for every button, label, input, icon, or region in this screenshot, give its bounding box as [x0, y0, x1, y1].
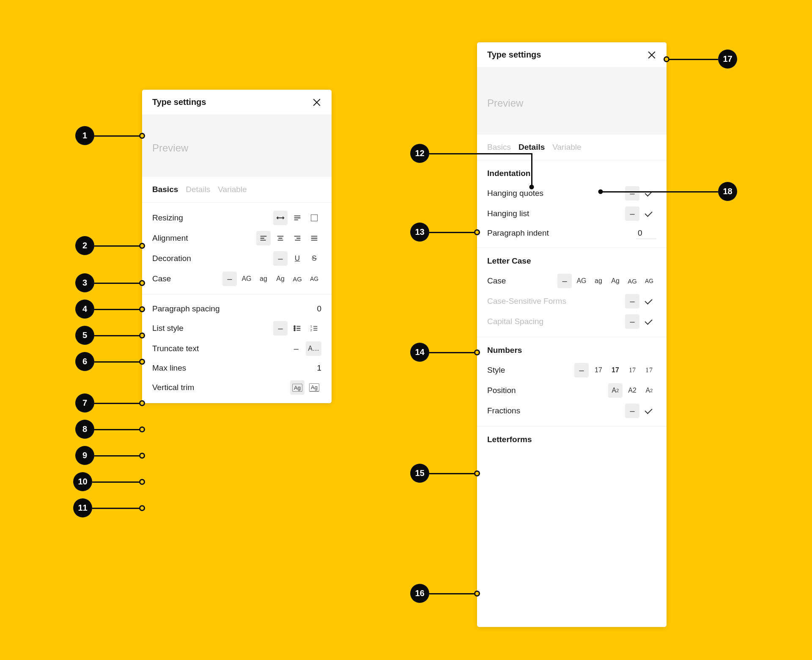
- case-upper[interactable]: AG: [574, 274, 589, 288]
- section-numbers: Numbers Style – 17 17 17 17 Position A2 …: [477, 337, 667, 426]
- tab-variable[interactable]: Variable: [552, 143, 581, 152]
- row-decoration: Decoration – U S: [152, 248, 321, 269]
- tab-details[interactable]: Details: [186, 185, 210, 194]
- leader-line: [94, 309, 142, 310]
- fractions-on[interactable]: [642, 404, 656, 418]
- annotation-badge: 8: [75, 420, 94, 439]
- hanging-quotes-off[interactable]: –: [625, 186, 639, 201]
- annotation-badge: 3: [75, 273, 94, 292]
- case-sensitive-off[interactable]: –: [625, 294, 639, 308]
- numstyle-none[interactable]: –: [574, 363, 589, 377]
- numpos-default[interactable]: A2: [625, 383, 639, 398]
- case-lower[interactable]: ag: [256, 272, 271, 286]
- list-bullet-icon[interactable]: [290, 321, 304, 336]
- indentation-title: Indentation: [487, 169, 656, 178]
- max-lines-value[interactable]: 1: [317, 363, 321, 373]
- resizing-auto-width-icon[interactable]: [273, 211, 288, 225]
- paragraph-indent-value[interactable]: 0: [636, 228, 656, 239]
- align-center-icon[interactable]: [273, 231, 288, 245]
- paragraph-spacing-value[interactable]: 0: [317, 304, 321, 314]
- numstyle-oldstyle-tabular[interactable]: 17: [642, 363, 656, 377]
- leader-dot: [139, 400, 145, 406]
- leader-line: [94, 135, 142, 137]
- leader-line: [94, 245, 142, 247]
- hanging-list-off[interactable]: –: [625, 206, 639, 221]
- row-fractions: Fractions –: [487, 401, 656, 421]
- preview-label: Preview: [152, 142, 188, 154]
- panel-title: Type settings: [152, 97, 206, 107]
- capital-spacing-off[interactable]: –: [625, 314, 639, 329]
- numstyle-tabular[interactable]: 17: [608, 363, 623, 377]
- annotation-badge: 6: [75, 352, 94, 371]
- preview-label: Preview: [487, 97, 523, 109]
- check-icon: [645, 189, 652, 196]
- decoration-none[interactable]: –: [273, 251, 288, 266]
- case-title[interactable]: Ag: [273, 272, 288, 286]
- resizing-auto-height-icon[interactable]: [290, 211, 304, 225]
- tab-basics[interactable]: Basics: [152, 185, 178, 194]
- annotation-badge: 18: [718, 182, 737, 201]
- leader-dot: [664, 56, 669, 62]
- hanging-quotes-on[interactable]: [642, 186, 656, 201]
- case-lower[interactable]: ag: [591, 274, 606, 288]
- row-hanging-list: Hanging list –: [487, 204, 656, 224]
- tab-basics[interactable]: Basics: [487, 143, 511, 152]
- svg-point-0: [294, 326, 295, 327]
- letterforms-title: Letterforms: [487, 435, 656, 444]
- case-forced-smallcaps[interactable]: AG: [307, 272, 321, 286]
- leader-line: [94, 335, 142, 336]
- leader-dot: [139, 359, 145, 365]
- leader-dot: [529, 185, 534, 190]
- case-none[interactable]: –: [557, 274, 572, 288]
- align-right-icon[interactable]: [290, 231, 304, 245]
- case-forced-smallcaps[interactable]: AG: [642, 274, 656, 288]
- annotation-badge: 9: [75, 446, 94, 465]
- hanging-list-on[interactable]: [642, 206, 656, 221]
- resizing-fixed-icon[interactable]: [307, 211, 321, 225]
- case-none[interactable]: –: [222, 272, 237, 286]
- align-justify-icon[interactable]: [307, 231, 321, 245]
- svg-point-2: [294, 330, 295, 331]
- close-icon[interactable]: [312, 98, 321, 107]
- case-title[interactable]: Ag: [608, 274, 623, 288]
- close-icon[interactable]: [647, 50, 656, 60]
- svg-point-1: [294, 328, 295, 329]
- capital-spacing-on[interactable]: [642, 314, 656, 329]
- list-none[interactable]: –: [273, 321, 288, 336]
- case-upper[interactable]: AG: [239, 272, 254, 286]
- check-icon: [645, 317, 652, 324]
- preview-area: Preview: [477, 68, 667, 135]
- tab-variable[interactable]: Variable: [218, 185, 247, 194]
- case-smallcaps[interactable]: AG: [625, 274, 639, 288]
- list-numbered-icon[interactable]: 12: [307, 321, 321, 336]
- annotation-badge: 12: [410, 144, 429, 163]
- vtrim-standard[interactable]: Ag: [290, 380, 304, 395]
- decoration-strikethrough[interactable]: S: [307, 251, 321, 266]
- annotation-badge: 1: [75, 126, 94, 145]
- align-left-icon[interactable]: [256, 231, 271, 245]
- case-smallcaps[interactable]: AG: [290, 272, 304, 286]
- truncate-on[interactable]: A…: [306, 341, 321, 356]
- decoration-underline[interactable]: U: [290, 251, 304, 266]
- panel-header: Type settings: [477, 42, 667, 68]
- row-list-style: List style – 12: [152, 318, 321, 338]
- check-icon: [645, 297, 652, 304]
- vtrim-cap[interactable]: Ag: [307, 380, 321, 395]
- numstyle-oldstyle[interactable]: 17: [625, 363, 639, 377]
- leader-line: [429, 232, 477, 233]
- letter-case-title: Letter Case: [487, 256, 656, 266]
- leader-dot: [139, 333, 145, 338]
- case-sensitive-on[interactable]: [642, 294, 656, 308]
- fractions-off[interactable]: –: [625, 404, 639, 418]
- paragraph-indent-label: Paragraph indent: [487, 228, 549, 238]
- numstyle-lining[interactable]: 17: [591, 363, 606, 377]
- svg-text:1: 1: [310, 324, 312, 328]
- numpos-subscript[interactable]: A2: [608, 383, 623, 398]
- numpos-superscript[interactable]: A2: [642, 383, 656, 398]
- section-letter-case: Letter Case Case – AG ag Ag AG AG Case-S…: [477, 248, 667, 337]
- truncate-none[interactable]: –: [289, 341, 303, 356]
- check-icon: [645, 209, 652, 217]
- row-hanging-quotes: Hanging quotes –: [487, 183, 656, 204]
- leader-line: [94, 283, 142, 284]
- tab-details[interactable]: Details: [518, 143, 545, 152]
